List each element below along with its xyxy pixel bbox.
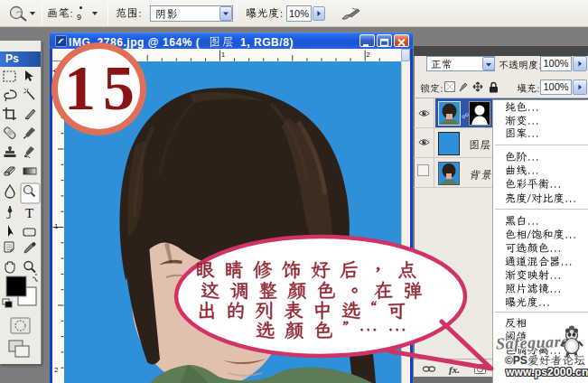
svg-text:1: 1 xyxy=(54,222,59,230)
svg-text:fx.: fx. xyxy=(449,364,460,375)
svg-text:2: 2 xyxy=(54,366,59,374)
svg-text:1: 1 xyxy=(221,51,225,59)
svg-text:2: 2 xyxy=(367,51,370,59)
svg-text:T: T xyxy=(25,206,33,220)
